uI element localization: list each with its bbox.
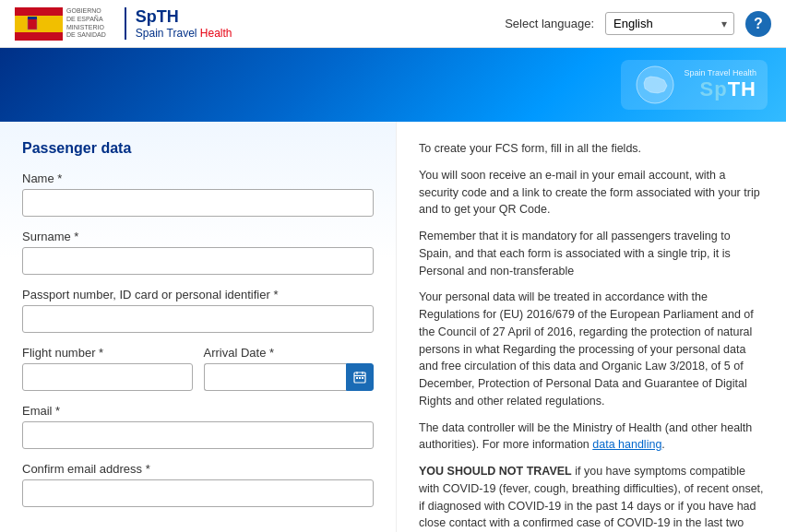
- info-p3: Remember that it is mandatory for all pa…: [419, 228, 764, 279]
- info-p4: Your personal data will be treated in ac…: [419, 289, 764, 409]
- arrival-label: Arrival Date *: [204, 346, 375, 360]
- banner-th: TH: [728, 77, 756, 100]
- data-handling-link[interactable]: data handling: [592, 438, 661, 451]
- flight-input[interactable]: [22, 363, 193, 391]
- language-selector-wrapper[interactable]: English Spanish French German Italian Po…: [605, 12, 734, 35]
- svg-rect-5: [28, 17, 37, 19]
- info-panel: To create your FCS form, fill in all the…: [397, 122, 786, 532]
- tagline-red: Health: [200, 27, 232, 40]
- site-title: SpTH Spain Travel Health: [125, 7, 232, 40]
- header-right: Select language: English Spanish French …: [505, 11, 771, 37]
- spth-label: SpTH: [136, 7, 232, 27]
- passport-input[interactable]: [22, 305, 374, 333]
- svg-rect-12: [359, 377, 361, 379]
- svg-rect-4: [28, 18, 37, 30]
- arrival-field-group: Arrival Date *: [204, 346, 375, 391]
- header-logo: GOBIERNODE ESPAÑA MINISTERIODE SANIDAD S…: [15, 7, 232, 41]
- help-button[interactable]: ?: [745, 11, 771, 37]
- name-field-group: Name *: [22, 171, 374, 217]
- gobierno-label: GOBIERNODE ESPAÑA: [66, 7, 106, 23]
- info-p2: You will soon receive an e-mail in your …: [419, 167, 764, 219]
- confirm-email-field-group: Confirm email address *: [22, 462, 374, 507]
- email-input[interactable]: [22, 421, 374, 449]
- banner-logo: Spain Travel Health SpTH: [621, 60, 768, 110]
- flag-svg: [15, 7, 63, 41]
- form-title: Passenger data: [22, 140, 374, 157]
- svg-rect-1: [15, 16, 63, 32]
- flight-field-group: Flight number *: [22, 346, 193, 391]
- ministerio-label: MINISTERIODE SANIDAD: [66, 24, 106, 40]
- name-label: Name *: [22, 171, 374, 185]
- arrival-date-input[interactable]: [204, 363, 347, 391]
- main-content: Passenger data Name * Surname * Passport…: [0, 122, 786, 532]
- form-panel: Passenger data Name * Surname * Passport…: [0, 122, 397, 532]
- email-field-group: Email *: [22, 404, 374, 449]
- banner-brand-small: Spain Travel Health: [684, 68, 756, 77]
- svg-rect-2: [15, 7, 63, 16]
- banner-brand-large: SpTH: [684, 77, 756, 101]
- flight-arrival-row: Flight number * Arrival Date *: [22, 346, 374, 404]
- info-p1: To create your FCS form, fill in all the…: [419, 140, 764, 158]
- svg-rect-13: [362, 377, 363, 379]
- info-p5: The data controller will be the Ministry…: [419, 420, 764, 455]
- language-select[interactable]: English Spanish French German Italian Po…: [605, 12, 734, 35]
- arrival-date-wrapper: [204, 363, 375, 391]
- name-input[interactable]: [22, 189, 374, 217]
- surname-input[interactable]: [22, 247, 374, 275]
- header: GOBIERNODE ESPAÑA MINISTERIODE SANIDAD S…: [0, 0, 786, 48]
- info-p5-after: .: [661, 438, 664, 451]
- flight-label: Flight number *: [22, 346, 193, 360]
- calendar-svg-icon: [353, 371, 366, 384]
- info-p5-before: The data controller will be the Ministry…: [419, 421, 752, 452]
- banner: Spain Travel Health SpTH: [0, 48, 786, 122]
- svg-rect-11: [356, 377, 358, 379]
- spain-map-icon: [632, 65, 678, 104]
- tagline-blue: Spain Travel: [136, 27, 197, 40]
- site-tagline: Spain Travel Health: [136, 27, 232, 40]
- banner-brand-text: Spain Travel Health SpTH: [684, 68, 756, 101]
- surname-label: Surname *: [22, 230, 374, 243]
- email-label: Email *: [22, 404, 374, 418]
- passport-label: Passport number, ID card or personal ide…: [22, 288, 374, 301]
- surname-field-group: Surname *: [22, 230, 374, 275]
- info-p6: YOU SHOULD NOT TRAVEL if you have sympto…: [419, 463, 764, 532]
- lang-label: Select language:: [505, 17, 594, 30]
- confirm-email-label: Confirm email address *: [22, 462, 374, 476]
- info-p6-prefix: YOU SHOULD NOT TRAVEL: [419, 465, 572, 478]
- calendar-icon-button[interactable]: [346, 363, 374, 391]
- svg-rect-3: [15, 32, 63, 41]
- confirm-email-input[interactable]: [22, 479, 374, 507]
- banner-sp: Sp: [700, 77, 728, 100]
- spain-flag-icon: GOBIERNODE ESPAÑA MINISTERIODE SANIDAD: [15, 7, 106, 41]
- passport-field-group: Passport number, ID card or personal ide…: [22, 288, 374, 333]
